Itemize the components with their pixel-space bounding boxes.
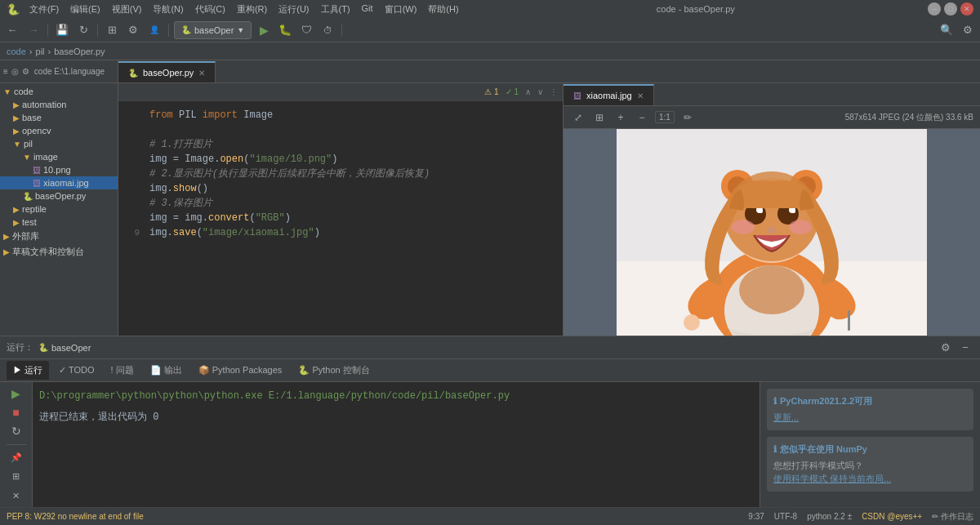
expand-icon[interactable]: ⤢ [570, 109, 586, 126]
pin-button[interactable]: 📌 [5, 450, 28, 465]
line-num [122, 152, 140, 167]
run-config-icon: 🐍 [181, 25, 191, 34]
tree-item-base[interactable]: ▶ base [0, 111, 118, 124]
menu-code[interactable]: 代码(C) [190, 2, 230, 17]
tree-item-opencv[interactable]: ▶ opencv [0, 124, 118, 137]
vcs-button[interactable]: 👤 [145, 21, 163, 39]
menu-tools[interactable]: 工具(T) [316, 2, 355, 17]
stop-button[interactable]: ■ [5, 404, 28, 420]
breadcrumb-code[interactable]: code [7, 47, 26, 56]
zoom-out-icon[interactable]: − [634, 109, 650, 126]
run-settings-icon[interactable]: ⚙ [938, 340, 954, 356]
locate-icon[interactable]: ◎ [11, 67, 19, 76]
tree-item-root[interactable]: ▼ code [0, 85, 118, 98]
structure-button[interactable]: ⊞ [103, 21, 121, 39]
image-viewer-toolbar: ⤢ ⊞ + − 1:1 ✏ 587x614 JPEG (24 位颜色) 33.6… [564, 106, 980, 129]
code-panel: ⚠ 1 ✓ 1 ∧ ∨ ⋮ [118, 83, 564, 336]
editor-area: 🐍 baseOper.py ✕ ⚠ 1 ✓ 1 ∧ ∨ ⋮ [118, 60, 980, 336]
breadcrumb-file[interactable]: baseOper.py [54, 47, 105, 56]
run-button[interactable]: ▶ [255, 21, 273, 39]
check-indicator[interactable]: ✓ 1 [506, 87, 519, 96]
settings-button[interactable]: ⚙ [124, 21, 142, 39]
tree-item-test[interactable]: ▶ test [0, 216, 118, 229]
layout-button[interactable]: ⊞ [5, 469, 28, 484]
numpy-link[interactable]: 使用科学模式 保持当前布局... [773, 474, 891, 483]
tree-item-scratches[interactable]: ▶ 草稿文件和控制台 [0, 244, 118, 260]
bottom-tab-problems[interactable]: ! 问题 [105, 361, 140, 380]
close-run-button[interactable]: ✕ [5, 488, 28, 504]
tree-item-external[interactable]: ▶ 外部库 [0, 229, 118, 244]
collapse-all-icon[interactable]: ≡ [3, 67, 8, 76]
forward-button[interactable]: → [24, 21, 42, 39]
close-tab-icon[interactable]: ✕ [637, 91, 644, 100]
edit-pencil-icon[interactable]: ✏ [679, 109, 696, 126]
pycharm-update-card: ℹ PyCharm2021.2.2可用 更新... [767, 389, 973, 430]
bottom-tab-packages[interactable]: 📦 Python Packages [192, 362, 289, 379]
svg-point-18 [760, 210, 763, 213]
menu-file[interactable]: 文件(F) [24, 2, 64, 17]
minimize-button[interactable]: ─ [928, 2, 941, 16]
spacer [39, 403, 753, 410]
profile-button[interactable]: ⏱ [318, 21, 336, 39]
menu-git[interactable]: Git [357, 2, 378, 17]
close-button[interactable]: ✕ [960, 2, 973, 16]
debug-button[interactable]: 🐛 [276, 21, 294, 39]
grid-icon[interactable]: ⊞ [591, 109, 608, 126]
search-everywhere-button[interactable]: 🔍 [938, 21, 956, 39]
tree-item-pil[interactable]: ▼ pil [0, 137, 118, 150]
tree-item-reptile[interactable]: ▶ reptile [0, 202, 118, 216]
breadcrumb-sep1: › [29, 47, 33, 56]
status-warning[interactable]: PEP 8: W292 no newline at end of file [7, 512, 144, 521]
coverage-button[interactable]: 🛡 [297, 21, 315, 39]
code-editor[interactable]: 9 from PIL import Image # 1.打开图片 img = I… [118, 101, 563, 336]
line-num: 9 [122, 225, 140, 240]
tree-item-10png[interactable]: 🖼 10.png [0, 163, 118, 176]
tree-item-image-folder[interactable]: ▼ image [0, 150, 118, 163]
menu-navigate[interactable]: 导航(N) [148, 2, 188, 17]
tree-item-baseoper[interactable]: 🐍 baseOper.py [0, 189, 118, 202]
warning-indicator[interactable]: ⚠ 1 [484, 87, 498, 96]
tab-baseoper[interactable]: 🐍 baseOper.py ✕ [118, 61, 216, 82]
tree-item-automation[interactable]: ▶ automation [0, 98, 118, 111]
folder-icon: ▼ [23, 153, 31, 162]
back-button[interactable]: ← [3, 21, 21, 39]
settings-main-button[interactable]: ⚙ [959, 21, 977, 39]
update-link[interactable]: 更新... [773, 412, 799, 422]
bottom-tab-output[interactable]: 📄 输出 [144, 361, 189, 380]
breadcrumb-pil[interactable]: pil [36, 47, 45, 56]
file-tree-panel: ≡ ◎ ⚙ code E:\1.language ▼ code ▶ automa… [0, 60, 118, 336]
menu-window[interactable]: 窗口(W) [380, 2, 422, 17]
code-content[interactable]: from PIL import Image # 1.打开图片 img = Ima… [143, 101, 563, 336]
nav-down-icon[interactable]: ∨ [537, 87, 543, 96]
run-minimize-icon[interactable]: − [957, 340, 973, 356]
image-tab-bar: 🖼 xiaomai.jpg ✕ [564, 83, 980, 106]
menu-view[interactable]: 视图(V) [107, 2, 147, 17]
nav-up-icon[interactable]: ∧ [525, 87, 531, 96]
line-num [122, 196, 140, 211]
svg-point-20 [732, 220, 755, 234]
tree-item-label: 10.png [43, 165, 71, 175]
line-num [122, 181, 140, 196]
filter-icon[interactable]: ⚙ [22, 67, 29, 76]
sync-button[interactable]: ↻ [74, 21, 92, 39]
tree-item-xiaomai[interactable]: 🖼 xiaomai.jpg [0, 176, 118, 189]
svg-point-4 [739, 265, 804, 314]
maximize-button[interactable]: □ [944, 2, 957, 16]
save-button[interactable]: 💾 [53, 21, 71, 39]
menu-refactor[interactable]: 重构(R) [232, 2, 272, 17]
more-options-icon[interactable]: ⋮ [550, 87, 558, 96]
line-num [122, 167, 140, 181]
rerun-button[interactable]: ↻ [5, 424, 28, 439]
bottom-tab-todo[interactable]: ✓ TODO [52, 362, 100, 379]
bottom-tab-run[interactable]: ▶ 运行 [7, 361, 49, 380]
run-again-button[interactable]: ▶ [5, 385, 28, 401]
menu-run[interactable]: 运行(U) [274, 2, 314, 17]
tab-xiaomai[interactable]: 🖼 xiaomai.jpg ✕ [564, 84, 654, 105]
close-tab-icon[interactable]: ✕ [198, 69, 205, 78]
bottom-panel: 运行： 🐍 baseOper ⚙ − ▶ 运行 ✓ TODO ! 问题 📄 输出… [0, 336, 980, 507]
zoom-in-icon[interactable]: + [612, 109, 629, 126]
menu-edit[interactable]: 编辑(E) [65, 2, 105, 17]
menu-help[interactable]: 帮助(H) [423, 2, 463, 17]
run-configuration-selector[interactable]: 🐍 baseOper ▼ [174, 21, 252, 39]
bottom-tab-console[interactable]: 🐍 Python 控制台 [292, 361, 376, 380]
